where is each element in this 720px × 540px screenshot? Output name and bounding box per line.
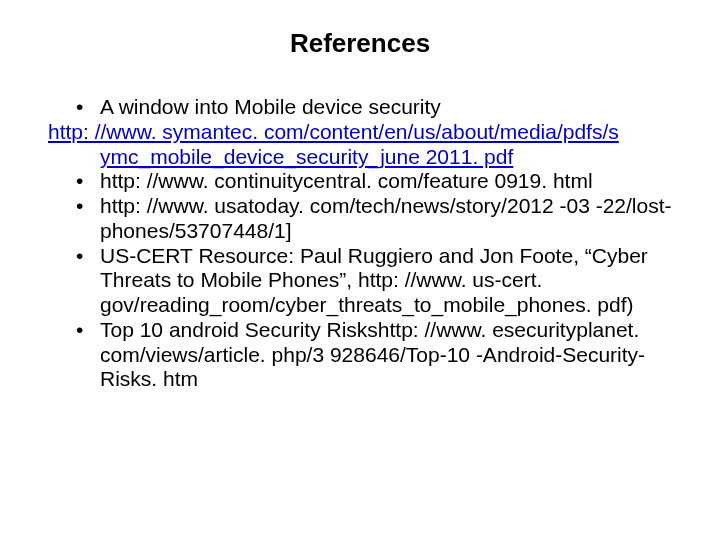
slide-title: References <box>48 28 672 59</box>
list-item: US-CERT Resource: Paul Ruggiero and Jon … <box>76 244 672 318</box>
ref-text: A window into Mobile device security <box>100 95 441 118</box>
list-item: http: //www. usatoday. com/tech/news/sto… <box>76 194 672 244</box>
ref-text: US-CERT Resource: Paul Ruggiero and Jon … <box>100 244 648 317</box>
ref-text: Top 10 android Security Riskshttp: //www… <box>100 318 645 391</box>
list-item: A window into Mobile device security htt… <box>76 95 672 169</box>
ref-text: http: //www. usatoday. com/tech/news/sto… <box>100 194 672 242</box>
ref-link[interactable]: http: //www. symantec. com/content/en/us… <box>48 120 619 145</box>
slide: References A window into Mobile device s… <box>0 0 720 540</box>
list-item: Top 10 android Security Riskshttp: //www… <box>76 318 672 392</box>
ref-text: http: //www. continuitycentral. com/feat… <box>100 169 593 192</box>
ref-link-cont[interactable]: ymc_mobile_device_security_june 2011. pd… <box>100 145 672 170</box>
references-list: A window into Mobile device security htt… <box>48 95 672 392</box>
list-item: http: //www. continuitycentral. com/feat… <box>76 169 672 194</box>
